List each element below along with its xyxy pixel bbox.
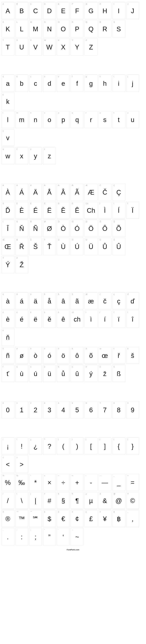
glyph-label: ™: [16, 511, 18, 513]
glyph-char: 9: [126, 406, 139, 414]
glyph-char: Ç: [112, 189, 125, 196]
glyph-char: õ: [85, 352, 97, 360]
glyph-label: §: [58, 493, 59, 495]
glyph-char: |: [29, 497, 42, 504]
glyph-label: ů: [58, 366, 59, 368]
glyph-label: K: [2, 21, 4, 23]
glyph-char: ó: [43, 352, 56, 360]
glyph-char: è: [2, 316, 14, 323]
glyph-char: g: [85, 80, 97, 87]
glyph-cell: $$: [43, 510, 56, 527]
glyph-label: Ž: [16, 257, 18, 259]
glyph-label: ř: [114, 348, 114, 350]
blank-spacer: [1, 165, 14, 182]
glyph-label: H: [100, 3, 101, 5]
glyph-char: ú: [29, 370, 42, 378]
glyph-label: ©: [127, 493, 129, 495]
glyph-char: Ø: [43, 225, 56, 232]
glyph-cell: CC: [29, 2, 42, 19]
glyph-label: é: [16, 311, 18, 313]
glyph-cell: ŇŇ: [15, 220, 28, 237]
glyph-label: E: [58, 3, 59, 5]
glyph-cell: ËË: [43, 202, 56, 219]
glyph-char: Ê: [71, 207, 83, 214]
glyph-cell: ChCh: [84, 202, 98, 219]
glyph-cell: ¡¡: [1, 438, 14, 454]
glyph-label: ì: [86, 311, 86, 313]
glyph-row: èèééëëěěêêchchììííïïîîňň: [1, 310, 145, 346]
glyph-cell: ťť: [1, 365, 14, 382]
glyph-cell: >>: [15, 456, 28, 473]
glyph-cell: ĎĎ: [1, 202, 14, 219]
glyph-char: V: [29, 44, 42, 51]
glyph-char: Ù: [57, 243, 70, 250]
glyph-char: µ: [85, 497, 97, 504]
glyph-char: u: [126, 116, 139, 124]
glyph-char: n: [29, 116, 42, 124]
glyph-label: ‘: [58, 529, 58, 531]
glyph-char: ñ: [2, 352, 14, 360]
glyph-char: Ó: [71, 225, 83, 232]
glyph-label: Ù: [58, 239, 60, 241]
glyph-cell: ÂÂ: [57, 184, 70, 200]
glyph-label: á: [16, 293, 18, 295]
glyph-cell: KK: [1, 20, 14, 37]
glyph-cell: FF: [71, 2, 84, 19]
glyph-cell: qq: [71, 111, 84, 128]
glyph-char: +: [71, 479, 83, 486]
glyph-char: Ñ: [29, 225, 42, 232]
glyph-label: ”: [44, 529, 45, 531]
glyph-char: D: [43, 7, 56, 15]
glyph-label: +: [72, 474, 73, 477]
glyph-cell: cc: [29, 74, 42, 92]
glyph-char: I: [112, 7, 125, 15]
glyph-cell: ãã: [71, 292, 84, 310]
glyph-char: š: [126, 352, 139, 360]
glyph-char: ch: [71, 316, 83, 323]
glyph-cell: ůů: [57, 365, 70, 382]
glyph-char: §: [57, 497, 70, 504]
glyph-label: {: [114, 438, 114, 440]
glyph-label: ñ: [2, 348, 4, 350]
glyph-cell: EE: [57, 2, 70, 19]
glyph-cell: ‘‘: [57, 528, 70, 545]
glyph-char: ě: [43, 316, 56, 323]
glyph-label: Š: [30, 239, 32, 241]
glyph-label: ý: [86, 366, 87, 368]
glyph-label: Ď: [2, 202, 4, 204]
glyph-cell: ™™: [15, 510, 28, 527]
glyph-char: \: [16, 497, 28, 504]
glyph-char: Ü: [85, 243, 97, 250]
glyph-row: llmmnnooppqqrrssttuuvv: [1, 111, 145, 146]
glyph-char: C: [29, 7, 42, 15]
glyph-label: è: [2, 311, 4, 313]
glyph-cell: 11: [15, 401, 28, 418]
glyph-char: ř: [112, 352, 125, 360]
glyph-char: ť: [2, 370, 14, 378]
glyph-label: ~: [72, 529, 73, 531]
glyph-label: n: [30, 112, 31, 114]
glyph-char: Ú: [71, 243, 83, 250]
glyph-char: ň: [2, 334, 14, 341]
glyph-cell: ]]: [98, 438, 111, 454]
glyph-label: P: [72, 21, 73, 23]
glyph-cell: ÅÅ: [43, 184, 56, 200]
glyph-char: Ř: [16, 243, 28, 250]
glyph-char: ¶: [71, 497, 83, 504]
glyph-cell: ÕÕ: [112, 220, 125, 237]
glyph-char: ď: [126, 298, 139, 305]
glyph-label: í: [100, 311, 100, 313]
glyph-label: Ť: [44, 239, 45, 241]
glyph-cell: ÊÊ: [71, 202, 84, 219]
glyph-row: 00112233445566778899: [1, 401, 145, 418]
glyph-char: l: [2, 116, 14, 124]
glyph-label: Ç: [114, 184, 115, 186]
glyph-cell: ææ: [84, 292, 98, 310]
glyph-char: -: [85, 479, 97, 486]
glyph-row: [1, 383, 145, 400]
glyph-cell: ww: [1, 147, 14, 164]
glyph-cell: ùù: [15, 365, 28, 382]
glyph-cell: çç: [112, 292, 125, 310]
glyph-label: ¿: [30, 438, 32, 440]
glyph-row: wwxxyyzz: [1, 147, 145, 164]
